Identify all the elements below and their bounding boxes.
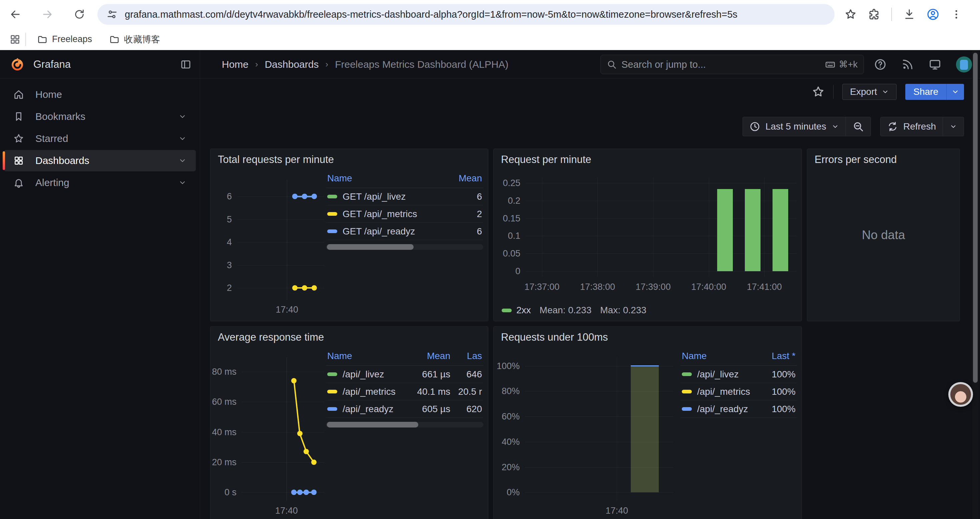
chevron-down-icon[interactable]: [947, 88, 964, 96]
zoom-out-button[interactable]: [846, 117, 870, 136]
scrollbar-thumb[interactable]: [973, 53, 978, 383]
series-value-cell: 620: [450, 404, 482, 414]
breadcrumb-separator: ›: [325, 59, 328, 69]
series-name-cell[interactable]: /api/_livez: [327, 369, 400, 380]
series-name-cell[interactable]: GET /api/_livez: [327, 192, 442, 202]
table-scrollbar[interactable]: [326, 244, 483, 250]
column-header-mean[interactable]: Mean: [400, 351, 450, 361]
chevron-down-icon: [832, 123, 839, 130]
data-point: [302, 194, 307, 199]
sidebar-item-starred[interactable]: Starred: [4, 128, 196, 149]
export-button[interactable]: Export: [842, 84, 897, 100]
refresh-button[interactable]: Refresh: [881, 117, 943, 136]
column-header-name[interactable]: Name: [327, 173, 442, 184]
y-tick-label: 0 s: [224, 487, 242, 498]
table-row: GET /api/_readyz6: [326, 223, 483, 240]
grafana-brand: Grafana: [0, 50, 200, 78]
panel-title[interactable]: Requests under 100ms: [501, 331, 608, 343]
refresh-icon: [887, 121, 898, 132]
x-tick-label: 17:40: [276, 305, 299, 315]
browser-menu-icon[interactable]: [951, 9, 962, 20]
series-name-cell[interactable]: /api/_livez: [682, 369, 752, 380]
sidebar: HomeBookmarksStarredDashboardsAlerting: [0, 78, 200, 519]
bookmark-items: Freeleaps收藏博客: [32, 31, 165, 48]
column-header-las[interactable]: Las: [450, 351, 482, 361]
apps-grid-icon[interactable]: [10, 34, 21, 45]
reload-button[interactable]: [70, 5, 89, 24]
bookmark-icon: [13, 111, 24, 122]
share-button[interactable]: Share: [905, 84, 964, 100]
panel-title[interactable]: Errors per second: [815, 153, 897, 166]
series-name-cell[interactable]: /api/_readyz: [682, 404, 752, 414]
series-name-cell[interactable]: GET /api/_readyz: [327, 226, 442, 237]
series-name-cell[interactable]: /api/_readyz: [327, 404, 400, 414]
series-name: GET /api/_livez: [342, 192, 406, 202]
bookmark-star-icon[interactable]: [845, 8, 857, 21]
panel-title[interactable]: Request per minute: [501, 153, 592, 166]
grafana-logo-icon[interactable]: [10, 56, 25, 72]
sidebar-item-home[interactable]: Home: [4, 84, 196, 105]
panel-title[interactable]: Average response time: [218, 331, 324, 343]
page-scrollbar[interactable]: [972, 50, 978, 519]
sidebar-item-alerting[interactable]: Alerting: [4, 172, 196, 193]
series-name-cell[interactable]: /api/_metrics: [682, 386, 752, 397]
series-line: [242, 357, 325, 501]
table-row: /api/_readyz605 µs620: [326, 401, 483, 418]
sidebar-item-label: Dashboards: [35, 155, 169, 166]
series-name-cell[interactable]: GET /api/_metrics: [327, 209, 442, 219]
help-icon[interactable]: [874, 58, 886, 71]
table-scrollbar[interactable]: [326, 422, 483, 428]
chart-legend: 2xx Mean: 0.233 Max: 0.233: [502, 305, 646, 316]
column-header-last[interactable]: Last *: [752, 351, 795, 361]
news-rss-icon[interactable]: [901, 58, 914, 71]
y-tick-label: 60%: [502, 412, 525, 422]
breadcrumb-dashboards[interactable]: Dashboards: [265, 59, 319, 70]
kiosk-monitor-icon[interactable]: [929, 58, 941, 71]
sidebar-item-bookmarks[interactable]: Bookmarks: [4, 106, 196, 127]
user-avatar[interactable]: [956, 56, 972, 72]
data-point: [304, 490, 309, 495]
table-header-row: NameMeanLas: [326, 349, 483, 366]
search-placeholder: Search or jump to...: [621, 59, 825, 70]
sidebar-item-dashboards[interactable]: Dashboards: [4, 150, 196, 171]
back-icon[interactable]: [6, 5, 25, 24]
bookmark-item[interactable]: Freeleaps: [32, 31, 97, 47]
gridline-vertical: [542, 177, 542, 277]
table-row: GET /api/_metrics2: [326, 205, 483, 223]
column-header-mean[interactable]: Mean: [442, 173, 482, 184]
search-icon: [607, 59, 617, 69]
series-name-cell[interactable]: /api/_metrics: [327, 386, 400, 397]
series-name: GET /api/_metrics: [342, 209, 417, 219]
column-header-name[interactable]: Name: [682, 351, 752, 361]
search-input[interactable]: Search or jump to... ⌘+k: [600, 55, 864, 74]
bookmarks-divider: [25, 33, 26, 46]
scrollbar-thumb[interactable]: [327, 422, 418, 428]
gridline-vertical: [653, 177, 654, 277]
breadcrumb-home[interactable]: Home: [222, 59, 248, 70]
panel-title[interactable]: Total requests per minute: [218, 153, 334, 166]
favorite-star-icon[interactable]: [812, 86, 824, 98]
downloads-icon[interactable]: [903, 8, 915, 21]
time-controls: Last 5 minutes Refresh: [743, 117, 964, 136]
profile-icon[interactable]: [927, 8, 939, 21]
scrollbar-thumb[interactable]: [327, 244, 414, 250]
bookmark-label: Freeleaps: [52, 34, 92, 45]
time-range-label: Last 5 minutes: [765, 121, 826, 132]
time-range-button[interactable]: Last 5 minutes: [743, 117, 846, 136]
dock-sidebar-icon[interactable]: [180, 59, 191, 70]
series-swatch: [327, 407, 337, 411]
folder-icon: [37, 34, 48, 45]
legend-item[interactable]: 2xx: [502, 305, 531, 316]
extensions-icon[interactable]: [868, 8, 880, 21]
site-settings-icon[interactable]: [107, 9, 118, 20]
table-row: GET /api/_livez6: [326, 188, 483, 205]
arrow-left-icon: [10, 9, 21, 20]
series-swatch: [327, 230, 337, 233]
refresh-interval-button[interactable]: [943, 117, 964, 136]
bookmark-item[interactable]: 收藏博客: [104, 31, 165, 48]
area-chart: 100%80%60%40%20%0%17:40: [525, 357, 673, 501]
table-header-row: NameLast *: [681, 349, 797, 366]
column-header-name[interactable]: Name: [327, 351, 400, 361]
assistant-avatar[interactable]: [948, 382, 973, 407]
url-bar[interactable]: grafana.mathmast.com/d/deytv4rwavabkb/fr…: [97, 4, 835, 25]
